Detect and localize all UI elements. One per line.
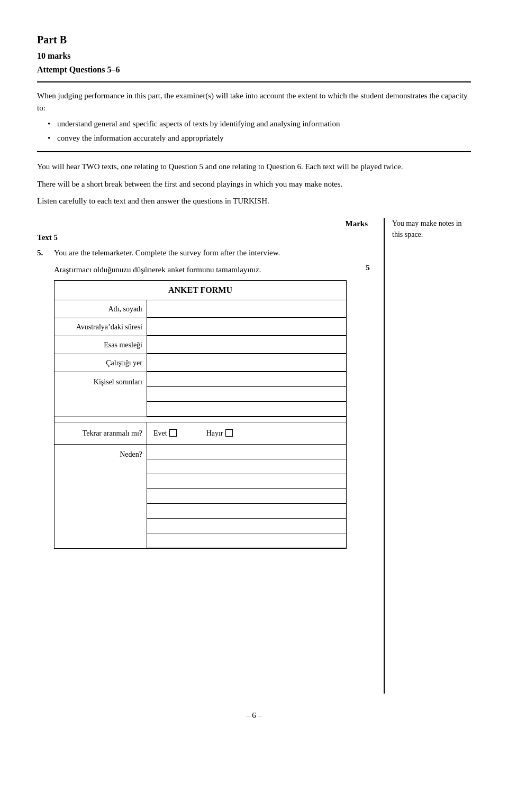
tekrar-label: Tekrar aranmalı mı? — [55, 422, 147, 444]
hayir-label: Hayır — [206, 428, 223, 439]
anket-form-title: ANKET FORMU — [55, 280, 347, 300]
neden-line-6 — [147, 519, 346, 533]
text5-label: Text 5 — [37, 232, 74, 244]
kisisel-value[interactable] — [147, 372, 347, 417]
anket-header-row: ANKET FORMU — [55, 280, 347, 300]
adi-soyadi-row: Adı, soyadı — [55, 300, 347, 318]
avustralya-row: Avustralya’daki süresi — [55, 318, 347, 336]
kisisel-lines — [147, 372, 346, 417]
hayir-item: Hayır — [206, 428, 233, 439]
text5-row: Text 5 — [37, 232, 378, 244]
notes-text: You may make notes in this space. — [392, 218, 471, 240]
q5-inner: 5. You are the telemarketer. Complete th… — [37, 247, 357, 549]
kisisel-label: Kişisel sorunları — [55, 372, 147, 417]
marks-line: 10 marks — [37, 50, 471, 62]
main-layout: Marks Text 5 5. You are the telemarketer… — [37, 218, 471, 694]
anket-table: ANKET FORMU Adı, soyadı Avustralya’daki … — [54, 280, 347, 549]
calistigi-row: Çalıştığı yer — [55, 354, 347, 372]
calistigi-line — [147, 357, 346, 372]
avustralya-line — [147, 321, 346, 336]
neden-line-3 — [147, 474, 346, 489]
adi-soyadi-line — [147, 303, 346, 318]
bottom-divider — [37, 151, 471, 152]
tekrar-row: Tekrar aranmalı mı? Evet Hayır — [55, 422, 347, 444]
marks-header-row: Marks — [37, 218, 378, 230]
calistigi-label: Çalıştığı yer — [55, 354, 147, 372]
adi-soyadi-label: Adı, soyadı — [55, 300, 147, 318]
bullet-item-1: understand general and specific aspects … — [48, 118, 471, 130]
kisisel-line-1 — [147, 372, 346, 387]
notes-area: You may make notes in this space. — [384, 218, 471, 694]
adi-soyadi-value[interactable] — [147, 300, 347, 318]
attempt-line: Attempt Questions 5–6 — [37, 63, 471, 76]
esas-label: Esas mesleği — [55, 336, 147, 354]
neden-line-2 — [147, 459, 346, 474]
intro-when-text: When judging performance in this part, t… — [37, 90, 471, 114]
neden-line-1 — [147, 445, 346, 459]
q5-text: You are the telemarketer. Complete the s… — [54, 247, 357, 259]
calistigi-value[interactable] — [147, 354, 347, 372]
q5-number: 5. — [37, 247, 54, 259]
q5-row: 5. You are the telemarketer. Complete th… — [37, 247, 357, 261]
evet-checkbox[interactable] — [169, 429, 177, 437]
neden-row: Neden? — [55, 444, 347, 548]
top-divider — [37, 81, 471, 82]
part-title: Part B — [37, 32, 471, 48]
evet-hayir-cell: Evet Hayır — [147, 422, 347, 444]
instruction-3: Listen carefully to each text and then a… — [37, 195, 471, 207]
neden-line-7 — [147, 533, 346, 548]
kisisel-line-3 — [147, 402, 346, 417]
avustralya-value[interactable] — [147, 318, 347, 336]
checkbox-row: Evet Hayır — [153, 426, 340, 441]
evet-item: Evet — [153, 428, 177, 439]
neden-line-4 — [147, 489, 346, 504]
esas-line — [147, 339, 346, 354]
marks-5: 5 — [357, 247, 378, 274]
evet-label: Evet — [153, 428, 167, 439]
neden-line-5 — [147, 504, 346, 519]
neden-label: Neden? — [55, 444, 147, 548]
neden-lines — [147, 445, 346, 548]
instruction-2: There will be a short break between the … — [37, 178, 471, 190]
esas-value[interactable] — [147, 336, 347, 354]
avustralya-label: Avustralya’daki süresi — [55, 318, 147, 336]
page-number: – 6 – — [37, 709, 471, 722]
kisisel-line-2 — [147, 387, 346, 402]
q5-marks-row: 5. You are the telemarketer. Complete th… — [37, 247, 378, 549]
turkish-instruction: Araştırmacı olduğunuzu düşünerek anket f… — [54, 264, 357, 276]
bullet-list: understand general and specific aspects … — [37, 118, 471, 144]
marks-column-header: Marks — [346, 218, 368, 230]
esas-row: Esas mesleği — [55, 336, 347, 354]
instruction-1: You will hear TWO texts, one relating to… — [37, 161, 471, 173]
kisisel-row: Kişisel sorunları — [55, 372, 347, 417]
question-area: Marks Text 5 5. You are the telemarketer… — [37, 218, 384, 549]
spacer-row — [55, 417, 347, 422]
hayir-checkbox[interactable] — [225, 429, 233, 437]
bullet-item-2: convey the information accurately and ap… — [48, 132, 471, 144]
q5-content: You are the telemarketer. Complete the s… — [54, 247, 357, 261]
neden-value[interactable] — [147, 444, 347, 548]
